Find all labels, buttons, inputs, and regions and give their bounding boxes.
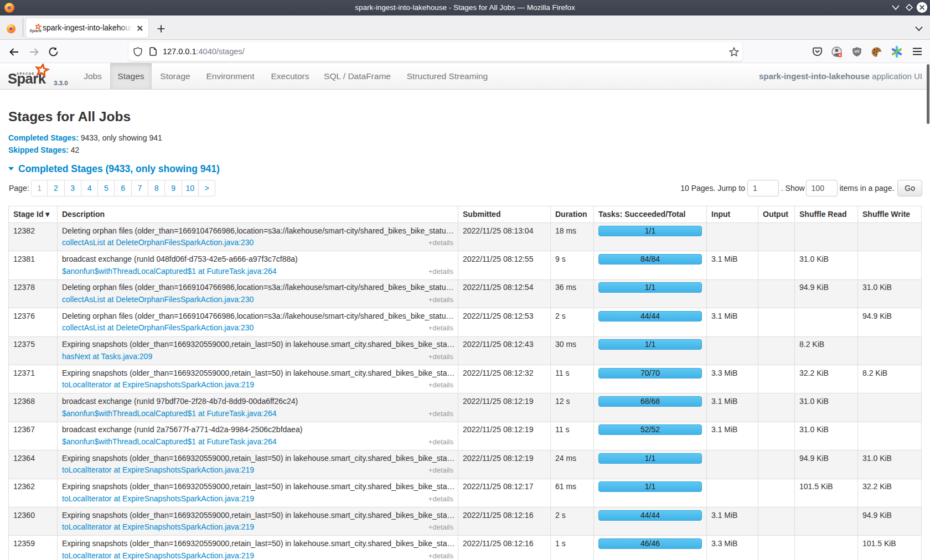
svg-text:Spark: Spark bbox=[29, 28, 42, 33]
svg-text:3.3.0: 3.3.0 bbox=[54, 80, 68, 86]
svg-text:uO: uO bbox=[854, 49, 859, 53]
svg-text:APACHE: APACHE bbox=[17, 72, 35, 75]
